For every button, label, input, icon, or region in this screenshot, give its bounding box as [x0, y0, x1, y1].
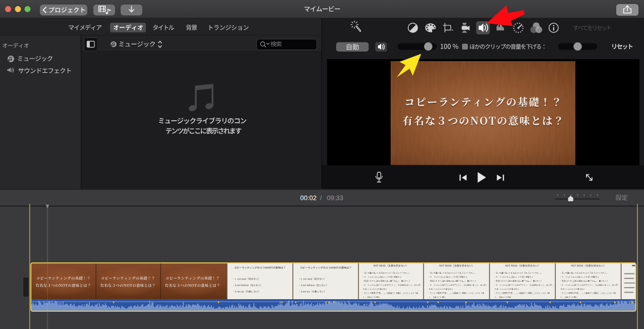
svg-text:09:33: 09:33 [327, 194, 344, 202]
svg-text:00:02: 00:02 [300, 194, 317, 202]
svg-text:/: / [320, 194, 322, 202]
